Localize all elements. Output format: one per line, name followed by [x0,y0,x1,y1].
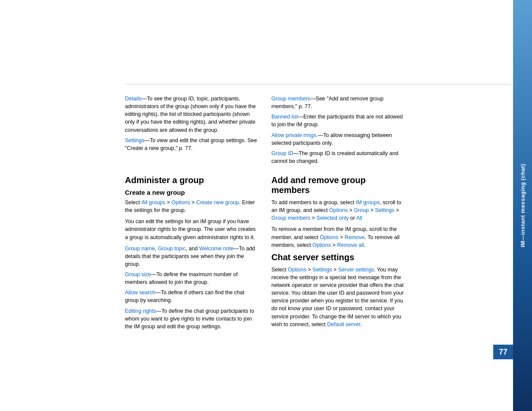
right-col: Add and remove group members To add memb… [271,174,405,333]
chat-server-heading: Chat server settings [271,252,405,262]
top-intro: Details—To see the group ID, topic, part… [125,95,405,168]
create-new-group-link[interactable]: Create new group [196,199,239,206]
settings-term: Settings [125,137,144,143]
group-name-and: , and [186,246,199,252]
settings-block: Settings—To view and edit the chat group… [125,137,258,152]
administer-col: Administer a group Create a new group Se… [125,174,258,333]
para1-mid5: > [310,215,316,221]
options-link4[interactable]: Options [312,242,331,248]
chat-para-text5: . [360,321,361,327]
para1-mid2: > [348,207,354,213]
create-heading: Create a new group [125,189,258,196]
page-container: Details—To see the group ID, topic, part… [0,0,532,411]
im-groups-link1[interactable]: IM groups [141,199,165,206]
banned-list-term: Banned list [271,114,298,120]
options-link1[interactable]: Options [171,199,190,206]
default-server-link[interactable]: Default server [327,321,360,327]
options-link3[interactable]: Options [320,234,339,240]
group-members-term: Group members [271,96,310,102]
para1-pre: To add members to a group, select [271,199,356,206]
chat-server-para: Select Options > Settings > Server setti… [271,266,405,328]
create-para2: You can edit the settings for an IM grou… [125,218,258,241]
administer-heading: Administer a group [125,175,258,185]
sidebar-label: IM—instant messaging (chat) [520,164,526,247]
chat-para-text1: Select [271,267,288,273]
allow-private-term: Allow private msgs. [271,132,318,138]
top-intro-left: Details—To see the group ID, topic, part… [125,95,258,168]
para2-final: . [364,242,365,248]
main-two-col: Administer a group Create a new group Se… [125,174,405,333]
allow-private-block: Allow private msgs.—To allow messaging b… [271,131,405,147]
details-block: Details—To see the group ID, topic, part… [125,95,258,134]
create-para1: Select IM groups > Options > Create new … [125,199,258,214]
group-members-link[interactable]: Group members [271,215,310,221]
sidebar-tab: IM—instant messaging (chat) [513,0,532,411]
para1-mid6: or [349,215,356,221]
sidebar-dash: — [520,235,526,241]
page-number: 77 [499,348,507,357]
group-name-block: Group name, Group topic, and Welcome not… [125,245,258,268]
options-link2[interactable]: Options [329,207,348,213]
top-divider [125,84,510,84]
selected-only-link[interactable]: Selected only [317,215,349,221]
add-remove-heading: Add and remove group members [271,175,405,195]
details-term: Details [125,96,141,102]
top-intro-right: Group members—See "Add and remove group … [271,95,405,168]
chat-para-text3: > [332,267,338,273]
editing-rights-block: Editing rights—To define the chat group … [125,307,258,330]
group-members-block: Group members—See "Add and remove group … [271,95,405,110]
settings-link2[interactable]: Settings [375,207,394,213]
remove-all-link[interactable]: Remove all [337,242,364,248]
im-groups-link2[interactable]: IM groups [356,199,380,206]
settings-text: —To view and edit the chat group setting… [125,137,257,151]
allow-search-block: Allow search—To define if others can fin… [125,289,258,304]
options-link5[interactable]: Options [288,267,306,273]
add-remove-para2: To remove a member from the IM group, sc… [271,225,405,249]
allow-search-term: Allow search [125,290,156,296]
para2-mid2: > [331,242,337,248]
details-text: —To see the group ID, topic, participant… [125,96,256,133]
all-link[interactable]: All [356,215,362,221]
sidebar-sublabel: instant messaging (chat) [520,164,526,235]
group-id-term: Group ID [271,150,293,156]
para1-mid3: > [369,207,375,213]
group-link[interactable]: Group [354,207,369,213]
group-name-term: Group name [125,246,155,252]
group-size-block: Group size—To define the maximum number … [125,271,258,286]
para1-mid4: > [395,207,399,213]
add-remove-para1: To add members to a group, select IM gro… [271,199,405,222]
editing-rights-term: Editing rights [125,308,156,314]
settings-link3[interactable]: Settings [313,267,332,273]
welcome-note-term: Welcome note [199,246,233,252]
chat-para-text4: . You may receive the settings in a spec… [271,267,404,327]
banned-list-block: Banned list—Enter the participants that … [271,113,405,128]
group-size-term: Group size [125,271,151,277]
para2-mid: > [339,234,345,240]
page-number-box: 77 [493,345,513,359]
sidebar-im: IM [520,241,526,247]
group-id-block: Group ID—The group ID is created automat… [271,149,405,165]
server-settings-link[interactable]: Server settings [338,267,374,273]
content-area: Details—To see the group ID, topic, part… [125,95,405,333]
group-topic-term: Group topic [158,246,186,252]
remove-link[interactable]: Remove [345,234,365,240]
chat-para-text2: > [306,267,312,273]
